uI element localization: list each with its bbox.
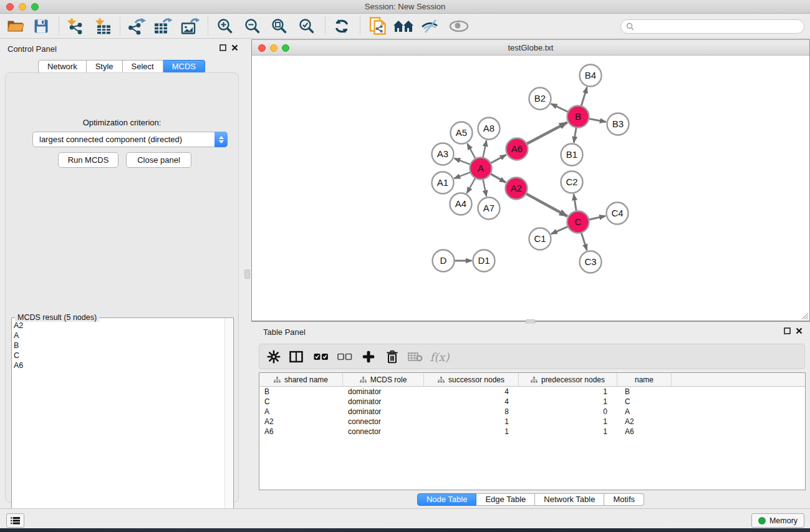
- eye-icon[interactable]: [449, 20, 469, 32]
- edge-A-A2[interactable]: [490, 174, 506, 183]
- optimization-criterion-dropdown[interactable]: largest connected component (directed): [32, 132, 228, 147]
- houses-icon[interactable]: [393, 19, 414, 33]
- search-input[interactable]: [634, 22, 804, 31]
- columns-icon[interactable]: [289, 351, 303, 362]
- edge-A6-B[interactable]: [526, 122, 567, 144]
- table-row[interactable]: Bdominator41B: [259, 387, 805, 397]
- graph-node-A5[interactable]: A5: [451, 122, 473, 144]
- add-icon[interactable]: [363, 351, 375, 362]
- save-session-icon[interactable]: [34, 19, 49, 33]
- gear-icon[interactable]: [268, 350, 281, 363]
- mcds-result-item[interactable]: A6: [14, 360, 224, 370]
- zoom-in-icon[interactable]: [217, 17, 234, 34]
- network-canvas[interactable]: A5A8A3A6AA1A2A4A7B2B4BB3B1C2CC1C4C3DD1: [252, 56, 809, 321]
- column-header-successor-nodes[interactable]: successor nodes: [424, 373, 519, 386]
- graph-node-A6[interactable]: A6: [506, 138, 528, 160]
- tab-mcds[interactable]: MCDS: [163, 60, 205, 73]
- graph-node-C4[interactable]: C4: [607, 203, 629, 225]
- tab-style[interactable]: Style: [87, 60, 123, 73]
- search-field[interactable]: [620, 19, 804, 34]
- edge-B-B4[interactable]: [581, 87, 587, 107]
- edge-A-A6[interactable]: [490, 155, 506, 163]
- eye-slash-icon[interactable]: [420, 19, 440, 34]
- tab-select[interactable]: Select: [123, 60, 163, 73]
- resize-grip-icon[interactable]: [800, 311, 809, 320]
- task-history-button[interactable]: [6, 513, 24, 528]
- tab-motifs[interactable]: Motifs: [604, 493, 644, 506]
- edge-A-A7[interactable]: [483, 179, 486, 196]
- edge-A-A5[interactable]: [467, 143, 475, 158]
- graph-node-D[interactable]: D: [433, 250, 455, 272]
- export-network-icon[interactable]: [127, 17, 146, 34]
- import-table-icon[interactable]: [95, 17, 112, 34]
- graph-node-A3[interactable]: A3: [432, 143, 454, 165]
- function-builder-icon[interactable]: f(x): [430, 350, 450, 363]
- graph-node-A7[interactable]: A7: [478, 198, 500, 220]
- vertical-splitter-handle[interactable]: [244, 269, 250, 279]
- graph-node-C1[interactable]: C1: [529, 228, 551, 250]
- delete-icon[interactable]: [387, 350, 398, 363]
- zoom-fit-icon[interactable]: [271, 17, 288, 34]
- export-table-icon[interactable]: [153, 17, 172, 34]
- edge-A-A3[interactable]: [454, 158, 470, 165]
- column-header-MCDS-role[interactable]: MCDS role: [343, 373, 424, 386]
- graph-node-D1[interactable]: D1: [473, 250, 495, 272]
- edge-C-C4[interactable]: [589, 216, 605, 220]
- select-all-icon[interactable]: [314, 353, 329, 360]
- table-row[interactable]: Cdominator41C: [259, 397, 805, 407]
- delete-table-icon[interactable]: [408, 352, 423, 362]
- open-file-icon[interactable]: [7, 19, 24, 33]
- close-panel-button[interactable]: Close panel: [126, 152, 191, 168]
- graph-node-C3[interactable]: C3: [580, 251, 602, 273]
- graph-node-A2[interactable]: A2: [506, 178, 528, 200]
- edge-A-A8[interactable]: [483, 140, 486, 158]
- table-row[interactable]: A2connector11A2: [259, 417, 805, 427]
- edge-A-A4[interactable]: [467, 178, 476, 193]
- graph-node-B3[interactable]: B3: [607, 114, 629, 135]
- import-network-icon[interactable]: [67, 17, 84, 34]
- edge-A2-C[interactable]: [526, 193, 567, 216]
- edge-A-A1[interactable]: [454, 172, 470, 178]
- float-table-panel-icon[interactable]: [784, 327, 791, 334]
- graph-node-B2[interactable]: B2: [529, 88, 551, 110]
- graph-node-A[interactable]: A: [470, 158, 492, 180]
- export-image-icon[interactable]: [181, 17, 200, 34]
- column-header-shared-name[interactable]: shared name: [259, 373, 343, 386]
- table-row[interactable]: A6connector11A6: [259, 427, 805, 437]
- graph-node-B[interactable]: B: [567, 106, 589, 128]
- run-mcds-button[interactable]: Run MCDS: [58, 152, 118, 168]
- graph-node-C2[interactable]: C2: [561, 172, 583, 193]
- memory-button[interactable]: Memory: [751, 513, 804, 528]
- zoom-out-icon[interactable]: [244, 17, 261, 34]
- close-panel-icon[interactable]: [231, 44, 238, 51]
- edge-B-B2[interactable]: [551, 104, 569, 112]
- edge-B-B3[interactable]: [589, 118, 606, 122]
- result-scrollbar[interactable]: [224, 319, 233, 528]
- table-row[interactable]: Adominator80A: [259, 407, 805, 417]
- refresh-icon[interactable]: [333, 18, 350, 34]
- graph-node-A8[interactable]: A8: [478, 118, 500, 140]
- duplicate-network-icon[interactable]: [370, 17, 387, 36]
- edge-C-C2[interactable]: [574, 194, 576, 211]
- column-header-name[interactable]: name: [617, 373, 672, 386]
- mcds-result-item[interactable]: A2: [14, 321, 224, 331]
- tab-network[interactable]: Network: [38, 60, 87, 73]
- graph-node-B1[interactable]: B1: [561, 144, 583, 166]
- column-header-predecessor-nodes[interactable]: predecessor nodes: [519, 373, 617, 386]
- edge-C-C3[interactable]: [581, 233, 587, 251]
- tab-edge-table[interactable]: Edge Table: [476, 493, 535, 506]
- graph-node-C[interactable]: C: [567, 211, 589, 233]
- tab-network-table[interactable]: Network Table: [535, 493, 604, 506]
- deselect-all-icon[interactable]: [337, 353, 352, 360]
- zoom-selected-icon[interactable]: [299, 17, 316, 34]
- network-window-titlebar[interactable]: testGlobe.txt: [252, 40, 809, 56]
- mcds-result-item[interactable]: C: [14, 351, 224, 360]
- mcds-result-item[interactable]: A: [14, 331, 224, 341]
- graph-node-B4[interactable]: B4: [580, 65, 602, 87]
- graph-node-A1[interactable]: A1: [432, 172, 454, 194]
- tab-node-table[interactable]: Node Table: [417, 493, 477, 506]
- edge-B-B1[interactable]: [574, 127, 576, 142]
- edge-C-C1[interactable]: [551, 226, 568, 234]
- graph-node-A4[interactable]: A4: [450, 193, 472, 215]
- float-panel-icon[interactable]: [219, 44, 226, 51]
